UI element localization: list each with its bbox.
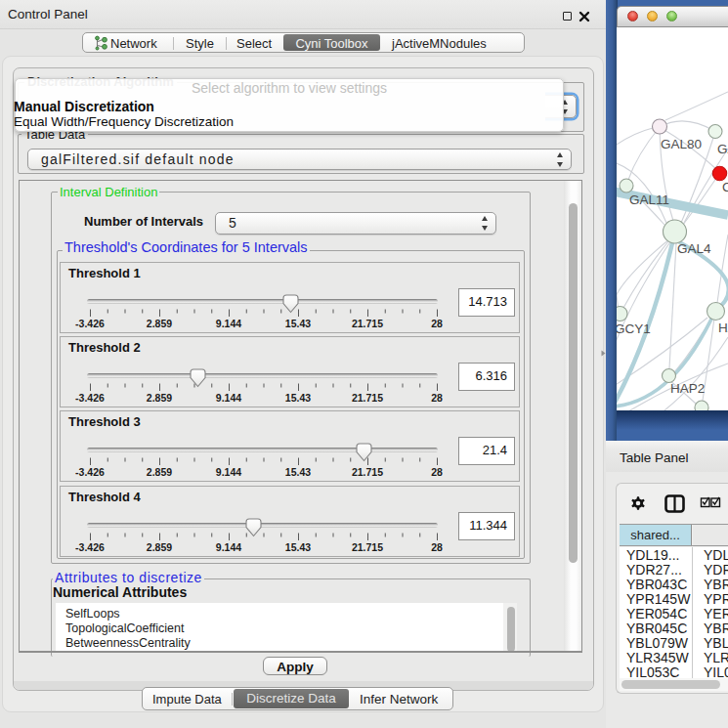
svg-text:GCY1: GCY1: [617, 321, 651, 336]
svg-text:GAL11: GAL11: [629, 193, 669, 207]
svg-text:C: C: [722, 180, 728, 194]
svg-text:HA: HA: [718, 321, 728, 335]
svg-text:GAL4: GAL4: [677, 241, 711, 256]
svg-text:HAP2: HAP2: [670, 381, 705, 396]
svg-text:GAL80: GAL80: [661, 137, 702, 151]
svg-text:GA: GA: [717, 142, 728, 156]
